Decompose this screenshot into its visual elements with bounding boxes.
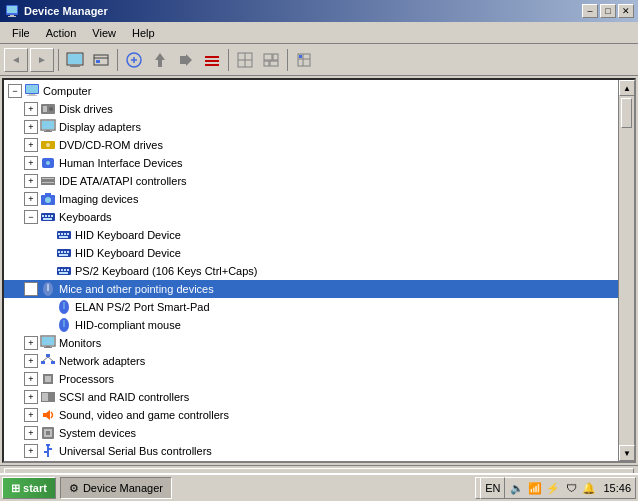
hid-icon-hid bbox=[40, 155, 56, 171]
toolbar-btn-8[interactable] bbox=[259, 48, 283, 72]
tree-label-dvd-cdrom: DVD/CD-ROM drives bbox=[59, 139, 163, 151]
tray-icon-1: 🔈 bbox=[509, 480, 525, 496]
toolbar-btn-2[interactable] bbox=[89, 48, 113, 72]
tree-item-hid[interactable]: +Human Interface Devices bbox=[4, 154, 618, 172]
expand-btn-system[interactable]: + bbox=[24, 426, 38, 440]
tree-item-system[interactable]: +System devices bbox=[4, 424, 618, 442]
sound-icon-sound bbox=[40, 407, 56, 423]
keyboard-icon-hid-keyboard-1 bbox=[56, 227, 72, 243]
tree-label-mice: Mice and other pointing devices bbox=[59, 283, 214, 295]
tree-item-sound[interactable]: +Sound, video and game controllers bbox=[4, 406, 618, 424]
svg-rect-98 bbox=[44, 451, 47, 453]
toolbar-btn-6[interactable] bbox=[200, 48, 224, 72]
expand-btn-ide[interactable]: + bbox=[24, 174, 38, 188]
tree-item-processors[interactable]: +Processors bbox=[4, 370, 618, 388]
svg-rect-14 bbox=[205, 56, 219, 58]
back-button[interactable]: ◄ bbox=[4, 48, 28, 72]
minimize-button[interactable]: – bbox=[582, 4, 598, 18]
vertical-scrollbar[interactable]: ▲ ▼ bbox=[618, 80, 634, 461]
menu-help[interactable]: Help bbox=[124, 25, 163, 41]
svg-rect-16 bbox=[205, 64, 219, 66]
svg-line-86 bbox=[43, 357, 48, 361]
tree-item-mice[interactable]: −Mice and other pointing devices bbox=[4, 280, 618, 298]
toolbar-btn-3[interactable] bbox=[122, 48, 146, 72]
scroll-up-button[interactable]: ▲ bbox=[619, 80, 635, 96]
expand-btn-usb[interactable]: + bbox=[24, 444, 38, 458]
svg-rect-6 bbox=[72, 65, 78, 66]
expand-btn-imaging[interactable]: + bbox=[24, 192, 38, 206]
tree-label-hid-keyboard-2: HID Keyboard Device bbox=[75, 247, 181, 259]
cdrom-icon-dvd-cdrom bbox=[40, 137, 56, 153]
tree-item-usb[interactable]: +Universal Serial Bus controllers bbox=[4, 442, 618, 460]
maximize-button[interactable]: □ bbox=[600, 4, 616, 18]
toolbar-btn-9[interactable] bbox=[292, 48, 316, 72]
taskbar-task-device-manager[interactable]: ⚙ Device Manager bbox=[60, 477, 172, 499]
toolbar-btn-5[interactable] bbox=[174, 48, 198, 72]
monitor-icon-monitors bbox=[40, 335, 56, 351]
scroll-thumb[interactable] bbox=[621, 98, 632, 128]
expand-btn-processors[interactable]: + bbox=[24, 372, 38, 386]
toolbar-btn-7[interactable] bbox=[233, 48, 257, 72]
svg-rect-95 bbox=[46, 431, 50, 435]
menu-view[interactable]: View bbox=[84, 25, 124, 41]
expand-btn-mice[interactable]: − bbox=[24, 282, 38, 296]
tree-item-scsi[interactable]: +SCSI and RAID controllers bbox=[4, 388, 618, 406]
device-tree[interactable]: −Computer+Disk drives+Display adapters+D… bbox=[4, 80, 618, 461]
scroll-track[interactable] bbox=[619, 96, 634, 445]
tree-item-keyboards[interactable]: −Keyboards bbox=[4, 208, 618, 226]
language-button[interactable]: EN bbox=[480, 477, 505, 499]
tree-item-hid-keyboard-2[interactable]: HID Keyboard Device bbox=[4, 244, 618, 262]
svg-rect-45 bbox=[42, 182, 54, 183]
forward-button[interactable]: ► bbox=[30, 48, 54, 72]
expand-btn-monitors[interactable]: + bbox=[24, 336, 38, 350]
tree-item-ide[interactable]: +IDE ATA/ATAPI controllers bbox=[4, 172, 618, 190]
tree-item-elan-ps2[interactable]: ELAN PS/2 Port Smart-Pad bbox=[4, 298, 618, 316]
tree-item-imaging[interactable]: +Imaging devices bbox=[4, 190, 618, 208]
tree-label-keyboards: Keyboards bbox=[59, 211, 112, 223]
camera-icon-imaging bbox=[40, 191, 56, 207]
expand-btn-network[interactable]: + bbox=[24, 354, 38, 368]
expand-btn-scsi[interactable]: + bbox=[24, 390, 38, 404]
expand-btn-sound[interactable]: + bbox=[24, 408, 38, 422]
titlebar: Device Manager – □ ✕ bbox=[0, 0, 638, 22]
tree-item-monitors[interactable]: +Monitors bbox=[4, 334, 618, 352]
expand-btn-computer[interactable]: − bbox=[8, 84, 22, 98]
tree-item-disk-drives[interactable]: +Disk drives bbox=[4, 100, 618, 118]
tree-item-ps2-keyboard[interactable]: PS/2 Keyboard (106 Keys Ctrl+Caps) bbox=[4, 262, 618, 280]
tree-item-computer[interactable]: −Computer bbox=[4, 82, 618, 100]
svg-rect-15 bbox=[205, 60, 219, 62]
svg-rect-20 bbox=[264, 54, 272, 60]
menu-file[interactable]: File bbox=[4, 25, 38, 41]
clock: 15:46 bbox=[599, 482, 631, 494]
toolbar-btn-1[interactable] bbox=[63, 48, 87, 72]
svg-rect-10 bbox=[96, 60, 100, 63]
expand-btn-disk-drives[interactable]: + bbox=[24, 102, 38, 116]
tree-item-hid-keyboard-1[interactable]: HID Keyboard Device bbox=[4, 226, 618, 244]
scroll-down-button[interactable]: ▼ bbox=[619, 445, 635, 461]
svg-point-47 bbox=[45, 197, 51, 203]
tree-item-network[interactable]: +Network adapters bbox=[4, 352, 618, 370]
menu-action[interactable]: Action bbox=[38, 25, 85, 41]
svg-rect-7 bbox=[70, 66, 80, 67]
tree-label-usb: Universal Serial Bus controllers bbox=[59, 445, 212, 457]
tree-label-hid-mouse: HID-compliant mouse bbox=[75, 319, 181, 331]
tree-label-elan-ps2: ELAN PS/2 Port Smart-Pad bbox=[75, 301, 210, 313]
expand-spacer-elan-ps2 bbox=[40, 300, 54, 314]
svg-rect-68 bbox=[58, 269, 60, 271]
svg-rect-80 bbox=[42, 337, 54, 345]
start-button[interactable]: ⊞ start bbox=[2, 477, 56, 499]
tree-item-dvd-cdrom[interactable]: +DVD/CD-ROM drives bbox=[4, 136, 618, 154]
expand-btn-display-adapters[interactable]: + bbox=[24, 120, 38, 134]
expand-btn-keyboards[interactable]: − bbox=[24, 210, 38, 224]
svg-rect-58 bbox=[64, 233, 66, 235]
tree-label-ide: IDE ATA/ATAPI controllers bbox=[59, 175, 187, 187]
tree-item-hid-mouse[interactable]: HID-compliant mouse bbox=[4, 316, 618, 334]
expand-btn-dvd-cdrom[interactable]: + bbox=[24, 138, 38, 152]
close-button[interactable]: ✕ bbox=[618, 4, 634, 18]
toolbar-btn-4[interactable] bbox=[148, 48, 172, 72]
svg-rect-59 bbox=[67, 233, 69, 235]
tree-item-display-adapters[interactable]: +Display adapters bbox=[4, 118, 618, 136]
svg-rect-66 bbox=[59, 254, 68, 256]
expand-btn-hid[interactable]: + bbox=[24, 156, 38, 170]
svg-rect-31 bbox=[27, 95, 37, 96]
